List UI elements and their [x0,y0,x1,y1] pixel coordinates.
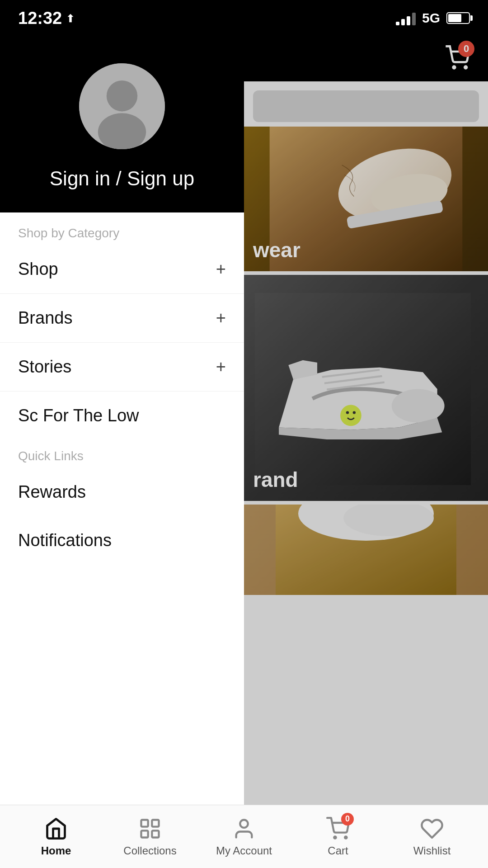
bottom-navigation: Home Collections My Account [0,805,488,868]
category-section-label: Shop by Category [0,212,244,245]
search-bar[interactable] [253,90,479,122]
content-images: wear [244,81,488,805]
sidebar-item-stories[interactable]: Stories + [0,343,244,392]
svg-point-10 [392,389,445,423]
sidebar-item-shop[interactable]: Shop + [0,245,244,294]
right-content-panel: 0 [244,36,488,805]
svg-point-16 [353,411,356,414]
status-icons: 5G [396,10,470,26]
svg-point-4 [465,66,467,69]
svg-rect-21 [152,820,159,826]
avatar[interactable] [79,63,165,149]
collections-icon [138,816,162,841]
image-block-brand: rand [244,275,488,501]
network-indicator: 5G [422,10,440,26]
svg-rect-23 [152,830,159,837]
nav-label-home: Home [41,844,71,857]
nav-label-cart: Cart [328,844,348,857]
image-block-footwear: wear [244,127,488,271]
sidebar-item-brands[interactable]: Brands + [0,294,244,343]
sidebar-item-sc-for-the-low[interactable]: Sc For The Low [0,392,244,440]
home-icon [44,816,68,841]
cart-header: 0 [244,36,488,81]
expand-icon-stories: + [216,357,226,377]
cart-badge: 0 [458,41,474,57]
nav-item-my-account[interactable]: My Account [197,816,291,857]
main-layout: Sign in / Sign up Shop by Category Shop … [0,36,488,805]
status-bar: 12:32 5G [0,0,488,36]
account-icon [232,816,256,841]
wishlist-icon [420,816,444,841]
quick-links-label: Quick Links [0,440,244,468]
nav-item-wishlist[interactable]: Wishlist [385,816,479,857]
svg-point-15 [346,411,349,414]
sidebar-item-rewards[interactable]: Rewards [0,468,244,516]
svg-rect-22 [141,830,148,837]
nav-item-collections[interactable]: Collections [103,816,197,857]
battery-indicator [446,12,470,24]
nav-item-home[interactable]: Home [9,816,103,857]
nav-item-cart[interactable]: 0 Cart [291,816,385,857]
svg-point-3 [453,66,455,69]
status-time: 12:32 [18,9,75,28]
nav-label-wishlist: Wishlist [413,844,451,857]
sign-in-label[interactable]: Sign in / Sign up [18,167,226,190]
image-label-brand: rand [253,467,298,492]
signal-bars [396,11,416,25]
image-label-wear: wear [253,238,300,262]
svg-point-14 [340,405,361,426]
sidebar-item-notifications[interactable]: Notifications [0,516,244,565]
expand-icon-shop: + [216,259,226,279]
sidebar-content: Shop by Category Shop + Brands + Stories… [0,212,244,805]
image-block-bottom [244,505,488,595]
sidebar-header: Sign in / Sign up [0,36,244,212]
cart-icon-wrapper[interactable]: 0 [445,45,470,72]
nav-label-collections: Collections [123,844,176,857]
svg-point-26 [345,836,347,838]
svg-point-25 [334,836,336,838]
svg-point-1 [107,80,137,111]
expand-icon-brands: + [216,308,226,328]
svg-point-2 [98,113,146,149]
nav-label-my-account: My Account [216,844,272,857]
sidebar-drawer: Sign in / Sign up Shop by Category Shop … [0,36,244,805]
svg-rect-20 [141,820,148,826]
cart-nav-badge: 0 [341,813,354,826]
cart-nav-icon-wrapper: 0 [326,816,350,841]
svg-point-24 [240,820,248,827]
